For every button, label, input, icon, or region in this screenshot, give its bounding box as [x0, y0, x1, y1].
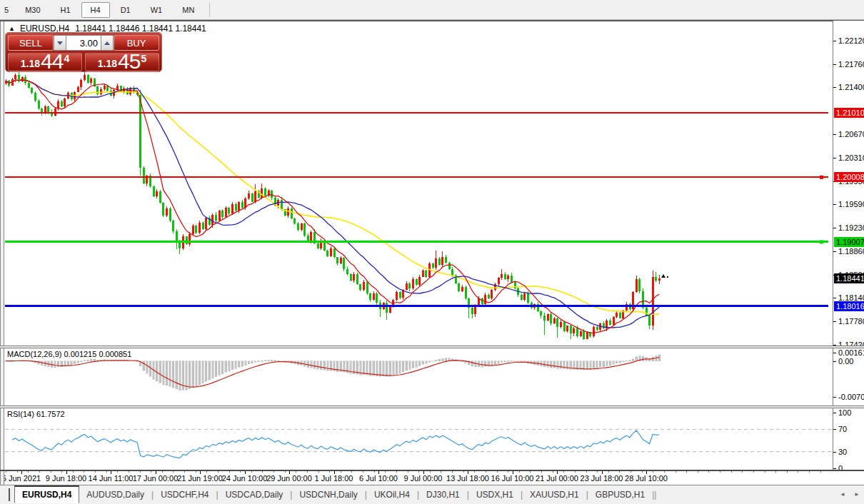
time-minor-tick [39, 471, 40, 473]
volume-decrease-button[interactable] [54, 35, 66, 51]
axis-tick [833, 353, 836, 353]
time-axis-label: 9 Jun 18:00 [46, 474, 87, 483]
rsi-axis-label: 100 [838, 408, 851, 417]
time-minor-tick [95, 471, 96, 473]
arrow-up-icon [104, 41, 110, 45]
time-minor-tick [686, 471, 687, 473]
time-axis-label: 13 Jul 18:00 [446, 474, 489, 483]
timeframe-button-W1[interactable]: W1 [141, 2, 172, 18]
time-minor-tick [708, 471, 709, 473]
timeframe-button-H4[interactable]: H4 [81, 2, 110, 18]
timeframe-toolbar: 5M30H1H4D1W1MN [0, 0, 864, 20]
moving-average-44 [6, 80, 659, 315]
time-minor-tick [307, 471, 308, 473]
time-minor-tick [720, 471, 720, 473]
time-minor-tick [742, 471, 743, 473]
price-axis[interactable]: 1.221201.217601.214001.206701.203101.199… [833, 21, 864, 470]
time-axis[interactable]: 5 Jun 20219 Jun 18:0014 Jun 11:0017 Jun … [0, 471, 833, 485]
time-minor-tick [206, 471, 207, 473]
time-minor-tick [530, 471, 531, 473]
tab-separator: | [654, 490, 656, 500]
time-minor-tick [430, 471, 431, 473]
time-axis-label: 6 Jul 10:00 [359, 474, 398, 483]
time-axis-label: 21 Jun 19:00 [177, 474, 223, 483]
sell-price-prefix: 1.18 [21, 56, 40, 71]
sell-button[interactable]: SELL [8, 35, 54, 51]
macd-axis-label: 0.00 [838, 357, 853, 366]
volume-increase-button[interactable] [101, 35, 114, 51]
chart-tab-xauusd[interactable]: XAUUSD,H1 [523, 487, 586, 503]
volume-spinner [54, 35, 114, 51]
timeframe-button-M30[interactable]: M30 [16, 2, 49, 18]
panel-splitter[interactable] [0, 346, 864, 348]
time-axis-label: 5 Jun 2021 [2, 474, 41, 483]
macd-indicator-label: MACD(12,26,9) 0.001215 0.000851 [7, 350, 131, 358]
sell-price-display[interactable]: 1.18444 [8, 53, 82, 71]
time-minor-tick [798, 471, 798, 473]
time-minor-tick [675, 471, 676, 473]
timeframe-button-MN[interactable]: MN [173, 2, 204, 18]
chart-tab-usdchf[interactable]: USDCHF,H4 [154, 487, 216, 503]
time-axis-separator [0, 470, 864, 471]
chart-tab-ukoil[interactable]: UKOil,H4 [367, 487, 417, 503]
buy-price-display[interactable]: 1.18455 [85, 53, 159, 71]
timeframe-button-5[interactable]: 5 [2, 2, 14, 18]
time-minor-tick [329, 471, 330, 473]
chart-title: ▲EURUSD,H41.18441 1.18446 1.18441 1.1844… [9, 24, 206, 34]
axis-tick [833, 321, 836, 322]
price-axis-label: 1.19590 [838, 200, 864, 208]
time-minor-tick [765, 471, 765, 473]
time-minor-tick [296, 471, 296, 473]
timeframe-button-D1[interactable]: D1 [111, 2, 140, 18]
time-minor-tick [17, 471, 18, 473]
axis-tick [833, 452, 836, 453]
line-handle[interactable] [820, 176, 823, 179]
buy-price-prefix: 1.18 [98, 56, 117, 71]
axis-tick [833, 298, 836, 298]
line-handle[interactable] [820, 240, 823, 243]
buy-price-big: 45 [118, 52, 140, 71]
tab-scroll-right-icon[interactable]: ► [854, 491, 860, 498]
time-minor-tick [597, 471, 598, 473]
time-minor-tick [173, 471, 174, 473]
time-minor-tick [396, 471, 397, 473]
time-axis-label: 28 Jul 10:00 [625, 474, 668, 483]
time-minor-tick [731, 471, 732, 473]
time-minor-tick [84, 471, 84, 473]
time-minor-tick [497, 471, 498, 473]
tab-scroll-left-icon[interactable]: ◄ [840, 491, 845, 498]
panel-splitter[interactable] [0, 405, 864, 408]
time-minor-tick [229, 471, 230, 473]
chart-tab-dj30[interactable]: DJ30,H1 [419, 487, 467, 503]
axis-tick [833, 204, 836, 205]
timeframe-button-H1[interactable]: H1 [51, 2, 80, 18]
chart-tab-gbpusd[interactable]: GBPUSD,H1 [588, 487, 652, 503]
time-minor-tick [753, 471, 754, 473]
rsi-indicator-canvas[interactable] [0, 408, 833, 470]
time-axis-label: 14 Jun 11:00 [89, 474, 134, 483]
time-minor-tick [184, 471, 185, 473]
buy-button[interactable]: BUY [114, 35, 159, 51]
chart-tab-audusd[interactable]: AUDUSD,Daily [79, 487, 151, 503]
price-axis-label: 1.18860 [838, 247, 864, 256]
time-minor-tick [563, 471, 564, 473]
volume-input[interactable] [66, 35, 101, 51]
chart-tab-usdcad[interactable]: USDCAD,Daily [218, 487, 291, 503]
axis-tick [833, 468, 836, 469]
time-minor-tick [140, 471, 141, 473]
time-minor-tick [318, 471, 319, 473]
toolbar-separator [209, 3, 210, 17]
moving-average-20 [6, 80, 659, 328]
chart-tab-bar: EURUSD,H4AUDUSD,Daily|USDCHF,H4|USDCAD,D… [0, 485, 864, 504]
chart-tab-usdx[interactable]: USDX,H1 [469, 487, 521, 503]
price-marker: 1.18441 [834, 273, 864, 283]
axis-tick [833, 64, 836, 65]
collapse-panel-icon[interactable]: ▲ [9, 25, 15, 32]
sell-price-big: 44 [41, 52, 63, 71]
time-minor-tick [486, 471, 486, 473]
current-bar-marker-icon [661, 274, 668, 278]
chart-tab-eurusd[interactable]: EURUSD,H4 [14, 485, 79, 503]
price-axis-label: 1.20310 [838, 153, 864, 162]
buy-price-pipette: 5 [141, 54, 146, 63]
chart-tab-usdcnh[interactable]: USDCNH,Daily [292, 487, 364, 503]
